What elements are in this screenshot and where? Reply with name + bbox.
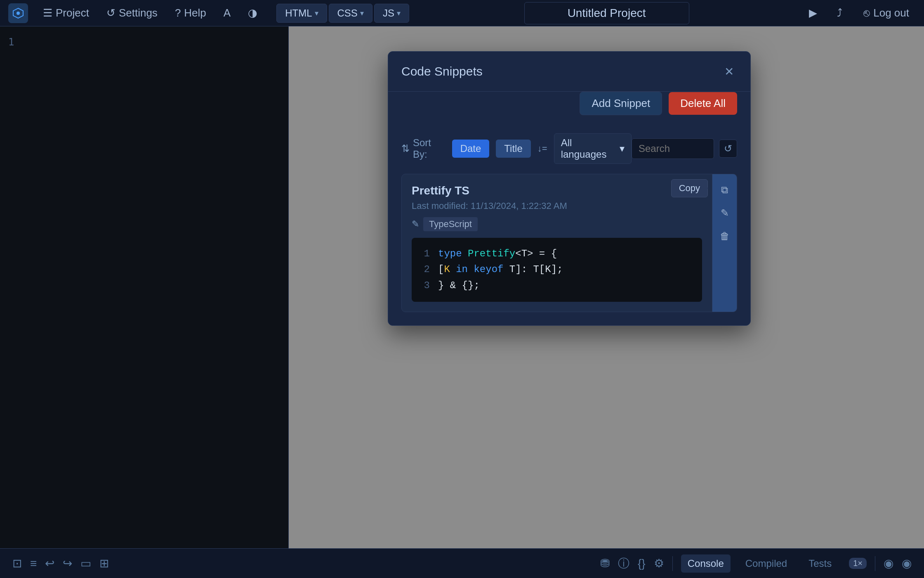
undo-icon[interactable]: ↩	[45, 557, 54, 570]
line-numbers: 1	[0, 26, 288, 50]
svg-point-1	[16, 12, 20, 15]
nav-item-settings[interactable]: ↺ Settings	[100, 3, 164, 23]
info-icon[interactable]: ⓘ	[618, 556, 629, 571]
modal-close-button[interactable]: ✕	[721, 63, 737, 80]
tab-compiled[interactable]: Compiled	[739, 554, 794, 573]
run-icon: ▶	[809, 7, 817, 19]
format-icon[interactable]: ▭	[80, 557, 91, 570]
tab-tests[interactable]: Tests	[802, 554, 838, 573]
modal-content: Prettify TS Last modified: 11/13/2024, 1…	[388, 174, 750, 325]
code-line-1: 1 type Prettify<T> = {	[420, 246, 694, 262]
refresh-icon: ↺	[724, 143, 732, 154]
code-line-3: 3 } & {};	[420, 278, 694, 294]
snippet-actions: Copy ⧉ ✎ 🗑	[712, 174, 737, 312]
close-icon: ✕	[724, 65, 734, 78]
divider-2	[875, 556, 875, 571]
grid-icon[interactable]: ⊞	[99, 557, 109, 570]
add-snippet-button[interactable]: Add Snippet	[580, 92, 662, 115]
search-input[interactable]	[632, 138, 714, 159]
tab-js[interactable]: JS ▾	[374, 4, 409, 23]
tag-icon: ✎	[412, 219, 419, 230]
snippet-last-modified: Last modified: 11/13/2024, 1:22:32 AM	[412, 201, 702, 211]
status-bar-right: ⛃ ⓘ {} ⚙ Console Compiled Tests 1× ◉ ◉	[600, 554, 912, 573]
logout-label: Log out	[873, 7, 909, 19]
language-select[interactable]: All languages ▾	[554, 133, 632, 164]
snippet-card-wrapper: Prettify TS Last modified: 11/13/2024, 1…	[401, 174, 737, 312]
status-bar: ⊡ ≡ ↩ ↪ ▭ ⊞ ⛃ ⓘ {} ⚙ Console Compiled Te…	[0, 548, 924, 578]
gear-icon[interactable]: ⚙	[654, 557, 664, 570]
code-block: 1 type Prettify<T> = { 2 [K in keyof T]:…	[412, 238, 702, 302]
preview-pane: Code Snippets ✕ Add Snippet Delete All ⇅	[289, 26, 924, 548]
tab-css-label: CSS	[337, 7, 358, 19]
logout-icon: ⎋	[863, 7, 870, 19]
main-area: 1 Code Snippets ✕ Add Snippet Delete All	[0, 26, 924, 548]
modal-action-bar: Add Snippet Delete All	[388, 92, 750, 123]
line-1: 1	[8, 35, 288, 50]
code-line-2: 2 [K in keyof T]: T[K];	[420, 262, 694, 277]
modal-overlay: Code Snippets ✕ Add Snippet Delete All ⇅	[289, 26, 924, 548]
edit-button[interactable]: ✎	[716, 204, 734, 222]
sort-direction-icon[interactable]: ↓=	[537, 143, 547, 154]
modal-title: Code Snippets	[401, 64, 483, 78]
nav-label-help: Help	[184, 7, 206, 19]
top-navbar: ☰ Project ↺ Settings ? Help A ◑ HTML ▾ C…	[0, 0, 924, 26]
code-snippets-modal: Code Snippets ✕ Add Snippet Delete All ⇅	[388, 51, 751, 326]
database-icon[interactable]: ⛃	[600, 557, 610, 570]
snippet-title: Prettify TS	[412, 184, 702, 197]
sort-title-button[interactable]: Title	[496, 140, 530, 158]
nav-item-theme[interactable]: ◑	[241, 3, 264, 23]
snippet-tag-typescript[interactable]: TypeScript	[423, 217, 478, 231]
refresh-button[interactable]: ↺	[719, 140, 737, 158]
editor-pane: 1	[0, 26, 289, 548]
braces-icon[interactable]: {}	[638, 557, 646, 570]
radio-icon[interactable]: ◉	[884, 557, 893, 570]
lang-select-label: All languages	[561, 137, 616, 160]
toolbar-left: ⇅ Sort By: Date Title ↓= All languages ▾	[401, 133, 632, 164]
delete-button[interactable]: 🗑	[716, 227, 734, 245]
status-bar-left: ⊡ ≡ ↩ ↪ ▭ ⊞	[12, 557, 109, 570]
share-icon: ⤴	[837, 7, 842, 19]
project-title[interactable]: Untitled Project	[524, 2, 689, 24]
toolbar-right: ↺	[632, 138, 737, 159]
sort-date-button[interactable]: Date	[452, 140, 490, 158]
nav-item-help[interactable]: ? Help	[168, 3, 213, 23]
modal-header: Code Snippets ✕	[388, 52, 750, 92]
tab-console[interactable]: Console	[681, 554, 731, 573]
copy-icon: ⧉	[721, 184, 728, 196]
editor-tabs: HTML ▾ CSS ▾ JS ▾	[276, 4, 409, 23]
delete-icon: 🗑	[720, 230, 730, 242]
project-title-area: Untitled Project	[413, 2, 800, 24]
compiled-label: Compiled	[745, 558, 787, 569]
wifi-icon: ◉	[902, 557, 912, 570]
divider-1	[672, 556, 673, 571]
settings-loop-icon: ↺	[106, 7, 116, 19]
tab-html-label: HTML	[285, 7, 312, 19]
nav-item-project[interactable]: ☰ Project	[36, 3, 96, 23]
app-logo[interactable]	[8, 3, 28, 23]
tab-css-arrow: ▾	[360, 9, 364, 18]
expand-icon[interactable]: ⊡	[12, 557, 22, 570]
lang-select-arrow: ▾	[620, 143, 625, 154]
tab-js-label: JS	[383, 7, 394, 19]
share-button[interactable]: ⤴	[830, 4, 849, 22]
console-label: Console	[688, 558, 724, 569]
nav-right-actions: ▶ ⤴ ⎋ Log out	[804, 3, 916, 23]
tests-badge: 1×	[849, 558, 867, 569]
tab-css[interactable]: CSS ▾	[329, 4, 372, 23]
tab-html[interactable]: HTML ▾	[276, 4, 327, 23]
list-icon[interactable]: ≡	[30, 557, 37, 570]
hamburger-icon: ☰	[43, 7, 52, 19]
nav-item-font[interactable]: A	[217, 3, 237, 23]
sort-arrows-icon: ⇅	[401, 143, 410, 154]
run-button[interactable]: ▶	[804, 4, 822, 22]
modal-toolbar: ⇅ Sort By: Date Title ↓= All languages ▾	[388, 123, 750, 174]
edit-icon: ✎	[721, 207, 729, 219]
font-icon: A	[224, 7, 231, 19]
redo-icon[interactable]: ↪	[63, 557, 72, 570]
logout-button[interactable]: ⎋ Log out	[857, 3, 916, 23]
copy-tooltip: Copy	[671, 179, 708, 197]
theme-icon: ◑	[248, 7, 257, 19]
tab-js-arrow: ▾	[397, 9, 401, 18]
delete-all-button[interactable]: Delete All	[669, 92, 737, 115]
copy-button[interactable]: ⧉	[716, 181, 734, 199]
